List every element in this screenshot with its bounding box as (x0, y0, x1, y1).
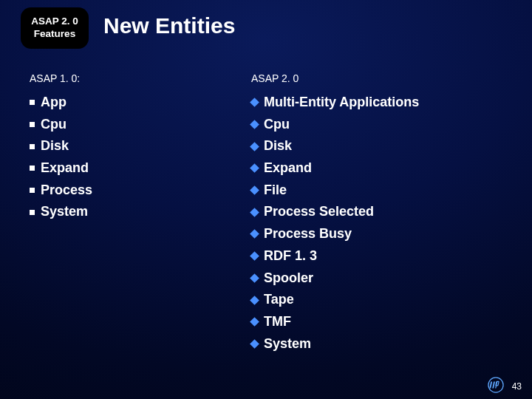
diamond-bullet-icon (250, 98, 259, 107)
page-number: 43 (512, 381, 522, 392)
list-item-label: Cpu (264, 114, 290, 136)
list-item: Expand (30, 157, 207, 180)
svg-rect-2 (492, 381, 495, 388)
square-bullet-icon (30, 122, 35, 127)
diamond-bullet-icon (250, 208, 259, 217)
column-heading-left: ASAP 1. 0: (30, 72, 207, 84)
column-asap-2: ASAP 2. 0 Multi-Entity Applications Cpu … (251, 72, 502, 355)
column-heading-right: ASAP 2. 0 (251, 72, 502, 84)
badge-line1: ASAP 2. 0 (31, 16, 78, 28)
list-item-label: Process (41, 180, 92, 202)
square-bullet-icon (30, 188, 35, 193)
diamond-bullet-icon (250, 251, 259, 261)
list-item: Disk (251, 135, 502, 157)
square-bullet-icon (30, 210, 35, 215)
list-item: App (30, 92, 207, 114)
square-bullet-icon (30, 144, 35, 149)
list-item: System (251, 333, 502, 355)
list-asap-1: App Cpu Disk Expand Process System (30, 92, 207, 223)
diamond-bullet-icon (250, 185, 259, 195)
diamond-bullet-icon (250, 142, 259, 151)
badge-line2: Features (34, 28, 75, 41)
diamond-bullet-icon (250, 230, 259, 239)
diamond-bullet-icon (250, 339, 259, 349)
list-item-label: Multi-Entity Applications (264, 92, 419, 114)
list-item: Cpu (251, 114, 502, 136)
list-item-label: Disk (264, 135, 292, 157)
list-item-label: System (264, 333, 311, 355)
list-item: System (30, 201, 207, 223)
list-item-label: App (41, 92, 66, 114)
diamond-bullet-icon (250, 317, 259, 327)
feature-badge: ASAP 2. 0 Features (21, 7, 89, 49)
list-item-label: Expand (41, 157, 89, 180)
list-item: Tape (251, 289, 502, 311)
list-item: Process Selected (251, 201, 502, 223)
list-item-label: Tape (264, 289, 294, 311)
list-item-label: TMF (264, 311, 291, 333)
diamond-bullet-icon (250, 120, 259, 129)
list-item: Expand (251, 157, 502, 180)
square-bullet-icon (30, 100, 35, 105)
svg-rect-1 (489, 381, 492, 388)
list-item-label: System (41, 201, 88, 223)
list-item-label: Disk (41, 135, 69, 157)
list-item-label: Spooler (264, 267, 313, 290)
list-item-label: Expand (264, 157, 312, 180)
list-item: Process Busy (251, 223, 502, 245)
list-item: Spooler (251, 267, 502, 290)
square-bullet-icon (30, 166, 35, 171)
list-item-label: Process Busy (264, 223, 352, 245)
page-title: New Entities (103, 13, 235, 38)
list-item-label: File (264, 180, 287, 202)
diamond-bullet-icon (250, 296, 259, 305)
list-item-label: Cpu (41, 114, 66, 136)
list-item-label: RDF 1. 3 (264, 245, 317, 267)
list-item: File (251, 180, 502, 202)
list-item: TMF (251, 311, 502, 333)
diamond-bullet-icon (250, 273, 259, 283)
list-item: Disk (30, 135, 207, 157)
list-item: RDF 1. 3 (251, 245, 502, 267)
list-item-label: Process Selected (264, 201, 374, 223)
list-item: Process (30, 180, 207, 202)
list-item: Cpu (30, 114, 207, 136)
hp-logo-icon (488, 377, 504, 393)
list-asap-2: Multi-Entity Applications Cpu Disk Expan… (251, 92, 502, 355)
column-asap-1: ASAP 1. 0: App Cpu Disk Expand Process S… (30, 72, 207, 223)
list-item: Multi-Entity Applications (251, 92, 502, 114)
diamond-bullet-icon (250, 164, 259, 174)
